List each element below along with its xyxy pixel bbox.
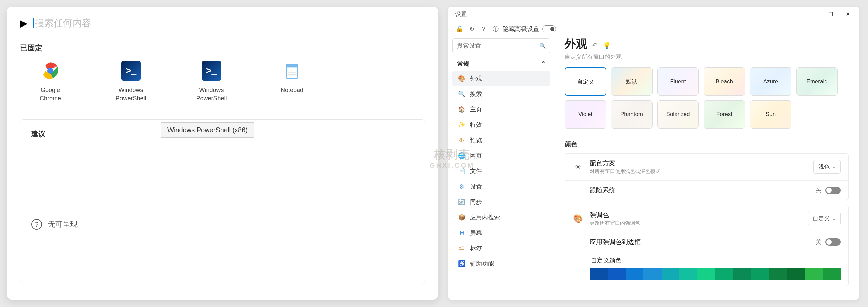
accent-border-switch[interactable]	[825, 238, 841, 246]
color-swatch[interactable]	[805, 268, 823, 280]
theme-card-solarized[interactable]: Solarized	[657, 100, 699, 128]
theme-label: 自定义	[577, 78, 594, 86]
sidebar-item-settings[interactable]: ⚙设置	[453, 179, 551, 194]
screen-icon: 🖥	[458, 229, 465, 237]
theme-label: Bleach	[716, 78, 733, 85]
pinned-app-notepad[interactable]: Notepad	[269, 61, 315, 103]
theme-card-violet[interactable]: Violet	[564, 100, 606, 128]
accent-desc: 更改所有窗口的强调色	[590, 220, 802, 226]
accent-select[interactable]: 自定义 ⌄	[808, 212, 841, 225]
nav-section-general[interactable]: 常规 ⌃	[453, 56, 551, 71]
theme-label: Azure	[763, 78, 778, 85]
pinned-label: Windows PowerShell	[196, 86, 226, 103]
hide-advanced-label: 隐藏高级设置	[503, 25, 539, 33]
color-swatch[interactable]	[608, 268, 625, 280]
sidebar-item-label: 预览	[470, 136, 482, 144]
minimize-button[interactable]: ─	[806, 7, 823, 22]
refresh-icon[interactable]: ↻	[468, 25, 475, 33]
suggestions-panel: 建议 ? 无可呈现	[20, 119, 425, 284]
color-swatch[interactable]	[715, 268, 733, 280]
sidebar-item-tag[interactable]: 🏷标签	[453, 241, 551, 256]
pinned-app-chrome[interactable]: Google Chrome	[27, 61, 74, 103]
color-swatch[interactable]	[679, 268, 697, 280]
hide-advanced-toggle[interactable]: ⓘ 隐藏高级设置	[492, 25, 556, 33]
accent-border-label: 应用强调色到边框	[590, 238, 810, 246]
text-caret	[33, 18, 34, 28]
theme-grid: 自定义默认FluentBleachAzureEmeraldVioletPhant…	[564, 67, 848, 128]
sync-icon: 🔄	[458, 198, 465, 206]
color-swatch[interactable]	[644, 268, 661, 280]
theme-card-自定义[interactable]: 自定义	[564, 67, 606, 96]
theme-card-sun[interactable]: Sun	[750, 100, 792, 128]
pinned-app-powershell-x86[interactable]: >_ Windows PowerShell	[188, 61, 235, 103]
sidebar-item-accessibility[interactable]: ♿辅助功能	[453, 256, 551, 271]
maximize-button[interactable]: ☐	[823, 7, 839, 22]
color-section-title: 颜色	[564, 140, 848, 149]
sidebar-item-search[interactable]: 🔍搜索	[453, 87, 551, 101]
settings-search-input[interactable]	[457, 42, 539, 49]
empty-text: 无可呈现	[48, 219, 78, 229]
pinned-label: Notepad	[281, 86, 304, 94]
settings-search[interactable]: 🔍	[453, 38, 551, 53]
pinned-app-powershell[interactable]: >_ Windows PowerShell	[107, 61, 154, 103]
color-swatch[interactable]	[590, 268, 608, 280]
question-icon: ?	[31, 219, 42, 230]
switch-state: 关	[816, 238, 822, 246]
theme-card-fluent[interactable]: Fluent	[657, 67, 699, 96]
sidebar-item-label: 特效	[470, 121, 482, 129]
theme-card-phantom[interactable]: Phantom	[611, 100, 652, 128]
color-swatch[interactable]	[787, 268, 805, 280]
theme-label: Emerald	[806, 78, 827, 85]
sidebar-item-eye[interactable]: 👁预览	[453, 133, 551, 148]
theme-card-azure[interactable]: Azure	[750, 67, 792, 96]
sidebar-item-app-search[interactable]: 📦应用内搜索	[453, 210, 551, 225]
color-swatch[interactable]	[661, 268, 679, 280]
help-icon[interactable]: ?	[480, 25, 487, 33]
sidebar-item-palette[interactable]: 🎨外观	[453, 71, 551, 86]
toolbar: 🔒 ↻ ? ⓘ 隐藏高级设置	[448, 22, 859, 36]
empty-state: ? 无可呈现	[31, 219, 414, 230]
sidebar-item-home[interactable]: 🏠主页	[453, 102, 551, 117]
search-input[interactable]: 搜索任何内容	[33, 17, 425, 30]
follow-system-label: 跟随系统	[590, 186, 810, 194]
notepad-icon	[282, 61, 302, 81]
sidebar-item-screen[interactable]: 🖥屏幕	[453, 225, 551, 240]
search-icon: 🔍	[458, 90, 465, 98]
theme-label: 默认	[626, 78, 638, 86]
eye-icon: 👁	[458, 136, 465, 144]
switch-state: 关	[816, 187, 822, 194]
follow-system-switch[interactable]	[825, 187, 841, 194]
sidebar-item-label: 网页	[470, 152, 482, 160]
sidebar-item-label: 应用内搜索	[470, 213, 500, 221]
color-swatch[interactable]	[751, 268, 769, 280]
theme-label: Phantom	[620, 111, 643, 118]
theme-card-emerald[interactable]: Emerald	[796, 67, 838, 96]
sparkle-icon: ✨	[458, 121, 465, 128]
file-icon: 📄	[458, 167, 465, 175]
accent-color-card: 🎨 强调色 更改所有窗口的强调色 自定义 ⌄ 应用强调色到边框	[564, 205, 848, 286]
color-swatch[interactable]	[698, 268, 715, 280]
sidebar-item-sync[interactable]: 🔄同步	[453, 194, 551, 209]
sidebar-item-file[interactable]: 📄文件	[453, 164, 551, 179]
theme-card-bleach[interactable]: Bleach	[704, 67, 745, 96]
sidebar-item-globe[interactable]: 🌐网页	[453, 148, 551, 163]
toggle-pill[interactable]	[542, 26, 556, 32]
lightbulb-icon[interactable]: 💡	[602, 41, 611, 49]
color-swatch[interactable]	[733, 268, 751, 280]
lock-icon[interactable]: 🔒	[456, 25, 463, 33]
home-icon: 🏠	[458, 106, 465, 113]
undo-icon[interactable]: ↶	[592, 41, 598, 49]
palette-icon: 🎨	[572, 213, 584, 224]
color-swatch[interactable]	[823, 268, 840, 280]
sidebar-item-sparkle[interactable]: ✨特效	[453, 117, 551, 132]
theme-label: Forest	[716, 111, 733, 118]
window-title: 设置	[451, 10, 467, 18]
theme-card-默认[interactable]: 默认	[611, 67, 652, 96]
sidebar-item-label: 屏幕	[470, 229, 482, 237]
color-swatch[interactable]	[626, 268, 644, 280]
color-scheme-select[interactable]: 浅色 ⌄	[813, 160, 841, 174]
app-search-icon: 📦	[458, 214, 465, 221]
color-swatch[interactable]	[769, 268, 787, 280]
theme-card-forest[interactable]: Forest	[704, 100, 745, 128]
close-button[interactable]: ✕	[839, 7, 856, 22]
